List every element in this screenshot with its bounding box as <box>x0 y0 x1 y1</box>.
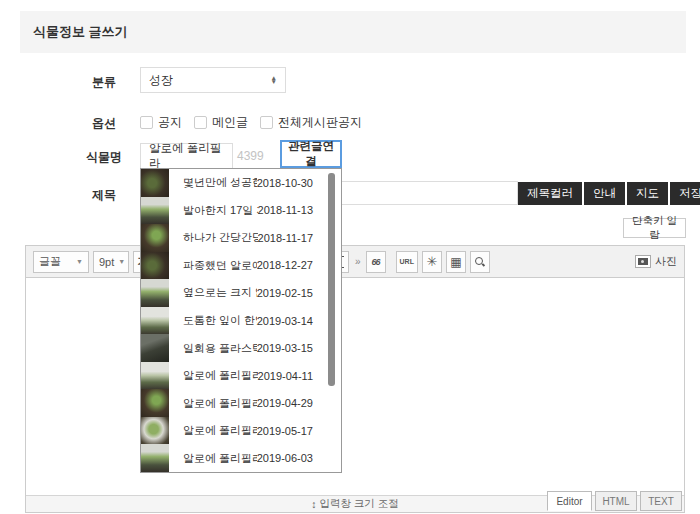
search-button[interactable] <box>470 251 490 273</box>
option-all-board-notice[interactable]: 전체게시판공지 <box>260 114 362 131</box>
tab-text[interactable]: TEXT <box>640 491 682 511</box>
post-date: 2019-03-14 <box>257 315 313 327</box>
post-date: 2018-12-27 <box>257 259 313 271</box>
post-thumbnail <box>141 169 169 197</box>
post-thumbnail <box>141 279 169 307</box>
options-row: 공지 메인글 전체게시판공지 <box>140 114 362 131</box>
post-title: 알로에 폴리필라 6월 <box>169 451 257 466</box>
editor-panel: 글꼴 ▼ 9pt ▼ 가 I » 66 URL ✳ ▦ <box>25 245 685 513</box>
font-family-select[interactable]: 글꼴 ▼ <box>33 251 89 273</box>
post-title: 알로에 폴리필라 4개월 <box>169 368 258 383</box>
photo-button[interactable]: 사진 <box>635 254 677 269</box>
title-label: 제목 <box>78 187 130 204</box>
checkbox-main-post[interactable] <box>194 116 207 129</box>
post-thumbnail <box>141 307 169 335</box>
save-button[interactable]: 저장 (22) <box>670 182 700 205</box>
post-date: 2018-10-30 <box>257 177 313 189</box>
title-action-buttons: 제목컬러 안내 지도 저장 (22) <box>518 182 685 205</box>
post-title: 하나가 간당간당 하더니 <box>169 230 258 245</box>
options-label: 옵션 <box>78 115 130 132</box>
related-post-link-button[interactable]: 관련글연결 <box>280 140 342 168</box>
title-color-button[interactable]: 제목컬러 <box>518 182 582 205</box>
post-thumbnail <box>141 197 169 225</box>
photo-button-label: 사진 <box>655 254 677 269</box>
post-date: 2018-11-17 <box>258 232 313 244</box>
editor-toolbar: 글꼴 ▼ 9pt ▼ 가 I » 66 URL ✳ ▦ <box>26 246 684 278</box>
resize-label: 입력창 크기 조절 <box>319 497 398 511</box>
photo-icon <box>635 255 651 268</box>
post-date: 2019-04-11 <box>258 370 313 382</box>
plant-name-label: 식물명 <box>78 149 130 166</box>
category-label: 분류 <box>78 74 130 91</box>
option-main-post[interactable]: 메인글 <box>194 114 248 131</box>
post-thumbnail <box>141 224 169 252</box>
post-thumbnail <box>141 334 169 362</box>
related-post-row[interactable]: 알로에 폴리필라 7개월 2019-05-17 <box>141 417 341 445</box>
page-title: 식물정보 글쓰기 <box>33 23 128 41</box>
plant-name-input[interactable]: 알로에 폴리필라 <box>140 143 233 169</box>
editor-content-area[interactable] <box>26 278 684 495</box>
tab-editor[interactable]: Editor <box>547 491 592 511</box>
related-post-row[interactable]: 일회용 플라스틱컵으로 2019-03-15 <box>141 334 341 362</box>
font-family-value: 글꼴 <box>39 254 61 269</box>
post-title: 옆으로는 크지 않고 아 <box>169 285 257 300</box>
category-select[interactable]: 성장 ▲▼ <box>140 67 286 93</box>
post-title: 발아한지 17일 지난 <box>169 203 258 218</box>
related-post-row[interactable]: 알로에 폴리필라 4개월 2019-04-11 <box>141 362 341 390</box>
table-button[interactable]: ▦ <box>446 251 466 273</box>
post-title: 몇년만에 성공한 알로에 <box>169 175 257 190</box>
map-button[interactable]: 지도 <box>627 182 668 205</box>
related-post-row[interactable]: 도톰한 잎이 한잎 나오 2019-03-14 <box>141 307 341 335</box>
post-date: 2018-11-13 <box>258 204 313 216</box>
guide-button[interactable]: 안내 <box>584 182 625 205</box>
related-post-row[interactable]: 파종했던 알로에 폴리필 2018-12-27 <box>141 252 341 280</box>
dropdown-scrollbar[interactable] <box>328 173 335 386</box>
post-date: 2019-02-15 <box>257 287 313 299</box>
plant-id-count: 4399 <box>237 149 264 163</box>
chevron-down-icon: ▼ <box>118 258 125 265</box>
checkbox-all-board-notice[interactable] <box>260 116 273 129</box>
chevron-down-icon: ▼ <box>76 258 83 265</box>
search-icon <box>474 256 485 267</box>
plant-info-write-page: 식물정보 글쓰기 분류 성장 ▲▼ 옵션 공지 메인글 전체게시판공지 식물명 … <box>0 0 700 514</box>
special-char-button[interactable]: ✳ <box>422 251 442 273</box>
related-post-row[interactable]: 발아한지 17일 지난 2018-11-13 <box>141 197 341 225</box>
url-button[interactable]: URL <box>396 251 418 273</box>
related-post-row[interactable]: 하나가 간당간당 하더니 2018-11-17 <box>141 224 341 252</box>
post-date: 2019-05-17 <box>257 425 313 437</box>
option-notice[interactable]: 공지 <box>140 114 182 131</box>
post-thumbnail <box>141 417 169 445</box>
related-posts-dropdown: 몇년만에 성공한 알로에 2018-10-30 발아한지 17일 지난 2018… <box>140 168 342 473</box>
tab-html[interactable]: HTML <box>595 491 637 511</box>
more-tools-button[interactable]: » <box>355 256 361 267</box>
editor-footer: ↕ 입력창 크기 조절 Editor HTML TEXT <box>26 495 684 512</box>
category-select-value: 성장 <box>149 72 173 89</box>
option-all-board-notice-label: 전체게시판공지 <box>278 114 362 131</box>
font-size-value: 9pt <box>99 256 114 268</box>
related-post-row[interactable]: 알로에 폴리필라 6월 2019-06-03 <box>141 444 341 472</box>
quote-button[interactable]: 66 <box>366 251 386 273</box>
post-title: 도톰한 잎이 한잎 나오 <box>169 313 257 328</box>
post-title: 파종했던 알로에 폴리필 <box>169 258 257 273</box>
related-post-row[interactable]: 알로에 폴리필라 피보나 2019-04-29 <box>141 389 341 417</box>
post-title: 알로에 폴리필라 피보나 <box>169 396 257 411</box>
post-thumbnail <box>141 362 169 390</box>
plant-name-value: 알로에 폴리필라 <box>149 141 224 171</box>
checkbox-notice[interactable] <box>140 116 153 129</box>
related-posts-list: 몇년만에 성공한 알로에 2018-10-30 발아한지 17일 지난 2018… <box>141 169 341 472</box>
editor-mode-tabs: Editor HTML TEXT <box>547 491 682 511</box>
page-header: 식물정보 글쓰기 <box>20 11 686 53</box>
special-char-icon: ✳ <box>427 257 438 267</box>
post-title: 알로에 폴리필라 7개월 <box>169 423 257 438</box>
font-size-select[interactable]: 9pt ▼ <box>93 251 129 273</box>
select-spinner-icon: ▲▼ <box>271 76 277 85</box>
post-title: 일회용 플라스틱컵으로 <box>169 341 257 356</box>
post-thumbnail <box>141 444 169 472</box>
post-date: 2019-03-15 <box>257 342 313 354</box>
shortcut-list-button[interactable]: 단축키 일람 <box>623 218 686 238</box>
related-post-row[interactable]: 몇년만에 성공한 알로에 2018-10-30 <box>141 169 341 197</box>
related-post-row[interactable]: 옆으로는 크지 않고 아 2019-02-15 <box>141 279 341 307</box>
post-date: 2019-04-29 <box>257 397 313 409</box>
post-thumbnail <box>141 389 169 417</box>
resize-arrows-icon: ↕ <box>311 498 316 510</box>
